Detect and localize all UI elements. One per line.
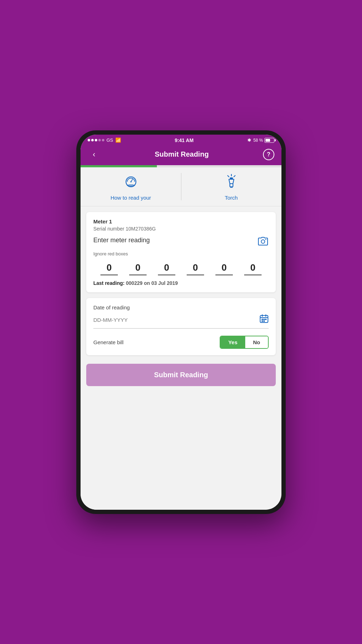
meter-reading-row: Enter meter reading [93,237,269,249]
battery-fill [265,139,270,142]
svg-rect-13 [230,184,233,187]
digit-underline-2 [158,275,175,275]
status-time: 9:41 AM [175,137,193,143]
meter-card: Meter 1 Serial number 10M270386G Enter m… [86,212,276,292]
help-button[interactable]: ? [263,149,274,160]
yes-no-toggle: Yes No [220,336,269,349]
digit-cell-3[interactable]: 0 [181,262,210,275]
tab-how-to-label: How to read your [110,194,151,201]
digit-value-0: 0 [106,262,111,273]
phone-screen: GS 📶 9:41 AM ✱ 58 % ‹ Submit Reading ? [81,135,281,510]
tab-torch[interactable]: Torch [181,167,281,206]
svg-rect-21 [262,319,263,320]
digit-value-4: 0 [221,262,226,273]
svg-rect-22 [263,319,265,320]
dot-2 [91,139,94,141]
digit-cell-5[interactable]: 0 [238,262,267,275]
meter-reading-label: Enter meter reading [93,237,150,244]
dot-4 [98,139,101,141]
meter-hint: Ignore red boxes [93,251,269,256]
digit-underline-1 [129,275,147,275]
svg-line-4 [134,185,135,185]
carrier-label: GS [106,137,113,143]
content-area: How to read your To [81,167,281,510]
status-bar: GS 📶 9:41 AM ✱ 58 % [81,135,281,145]
status-left: GS 📶 [88,137,121,143]
dot-3 [95,139,97,141]
tab-how-to-read[interactable]: How to read your [81,167,181,206]
svg-rect-24 [262,320,263,322]
digit-cell-0[interactable]: 0 [95,262,124,275]
back-button[interactable]: ‹ [88,150,100,159]
digit-value-5: 0 [250,262,255,273]
last-reading: Last reading: 000229 on 03 Jul 2019 [93,280,269,286]
digit-underline-4 [215,275,233,275]
digit-cell-2[interactable]: 0 [152,262,181,275]
date-input[interactable] [93,317,259,323]
svg-point-2 [130,181,132,183]
tab-torch-label: Torch [225,194,238,201]
calendar-icon[interactable] [259,314,269,325]
submit-reading-button[interactable]: Submit Reading [86,364,276,386]
submit-area: Submit Reading [81,361,281,393]
date-field[interactable] [93,314,269,329]
status-right: ✱ 58 % [247,137,274,143]
digit-value-3: 0 [193,262,198,273]
no-button[interactable]: No [245,336,268,348]
dot-1 [88,139,90,141]
last-reading-value: 000229 on 03 Jul 2019 [126,280,178,286]
digit-cell-1[interactable]: 0 [124,262,152,275]
digit-underline-0 [100,275,118,275]
digit-value-2: 0 [164,262,169,273]
svg-point-15 [261,240,265,243]
yes-button[interactable]: Yes [220,336,245,348]
header: ‹ Submit Reading ? [81,145,281,165]
digit-underline-3 [187,275,204,275]
page-title: Submit Reading [155,150,209,158]
camera-button[interactable] [257,237,269,249]
signal-dots [88,139,104,141]
generate-bill-row: Generate bill Yes No [93,336,269,349]
wifi-icon: 📶 [115,137,121,143]
battery-bar [264,138,274,143]
dot-5 [102,139,104,141]
meter-title: Meter 1 [93,218,269,224]
tabs-row: How to read your To [81,167,281,207]
svg-rect-25 [263,320,265,322]
battery-percent: 58 % [253,138,263,143]
svg-point-16 [265,239,267,240]
battery-container: 58 % [253,138,274,143]
svg-line-3 [127,185,128,185]
digit-value-1: 0 [135,262,140,273]
generate-bill-label: Generate bill [93,339,124,345]
gauge-icon [124,174,138,191]
svg-line-10 [227,175,229,177]
phone-frame: GS 📶 9:41 AM ✱ 58 % ‹ Submit Reading ? [76,130,286,514]
svg-line-11 [234,175,235,177]
last-reading-label: Last reading: [93,280,125,286]
meter-serial: Serial number 10M270386G [93,226,269,232]
form-section: Date of reading [86,298,276,355]
date-field-label: Date of reading [93,304,269,310]
digit-row: 0 0 0 0 0 [93,262,269,275]
bluetooth-icon: ✱ [247,137,251,143]
digit-cell-4[interactable]: 0 [210,262,238,275]
torch-icon [225,174,238,191]
svg-rect-23 [265,319,267,320]
digit-underline-5 [244,275,262,275]
